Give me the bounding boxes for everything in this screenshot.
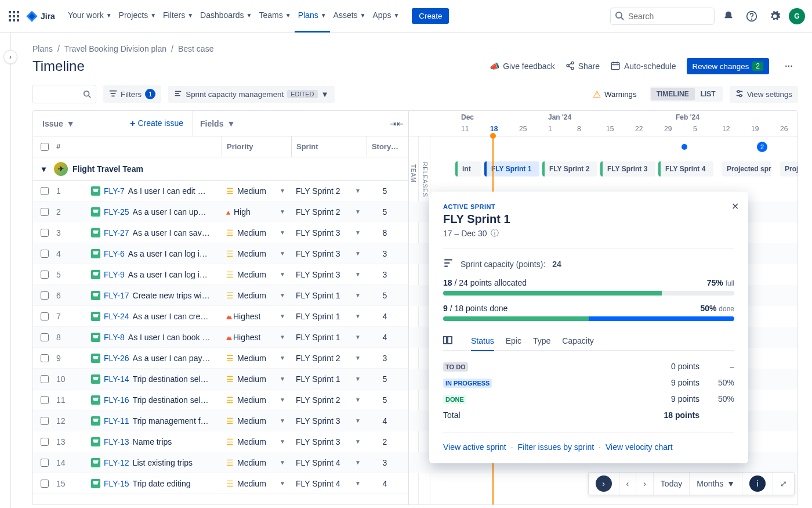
chevron-down-icon[interactable]: ▼	[355, 250, 361, 257]
priority-cell[interactable]: ☰Medium▼	[222, 479, 291, 488]
more-actions-button[interactable]: ⋯	[780, 57, 798, 75]
table-row[interactable]: 12 FLY-11 Trip management f… ☰Medium▼ FL…	[33, 410, 408, 431]
filters-button[interactable]: Filters 1	[103, 85, 161, 103]
table-row[interactable]: 8 FLY-8 As I user I can book … ▴▴Highest…	[33, 327, 408, 348]
today-button[interactable]: Today	[654, 473, 690, 495]
notifications-icon[interactable]	[719, 7, 738, 26]
row-checkbox[interactable]	[41, 417, 49, 425]
chevron-down-icon[interactable]: ▼	[355, 397, 361, 403]
row-checkbox[interactable]	[41, 375, 49, 383]
view-settings-button[interactable]: View settings	[730, 86, 798, 103]
sprint-cell[interactable]: FLY Sprint 3▼	[291, 437, 367, 446]
sprint-cell[interactable]: FLY Sprint 2▼	[291, 354, 367, 363]
chevron-down-icon[interactable]: ▼	[280, 250, 285, 257]
search-input[interactable]	[610, 8, 715, 25]
chevron-down-icon[interactable]: ▼	[355, 376, 361, 382]
priority-cell[interactable]: ☰Medium▼	[222, 249, 291, 258]
chevron-down-icon[interactable]: ▼	[280, 417, 285, 424]
list-toggle[interactable]: LIST	[695, 88, 722, 100]
chevron-down-icon[interactable]: ▼	[280, 271, 285, 278]
priority-cell[interactable]: ☰Medium▼	[222, 437, 291, 446]
search-box[interactable]	[610, 8, 715, 25]
create-issue-button[interactable]: + Create issue	[130, 118, 183, 129]
chevron-down-icon[interactable]: ▼	[280, 397, 285, 403]
help-icon[interactable]	[742, 7, 761, 26]
app-switcher-icon[interactable]	[7, 9, 21, 23]
issue-key[interactable]: FLY-16	[104, 395, 129, 405]
auto-schedule-button[interactable]: Auto-schedule	[610, 60, 676, 73]
nav-item-your-work[interactable]: Your work▼	[64, 0, 115, 33]
priority-cell[interactable]: ☰Medium▼	[222, 374, 291, 384]
priority-cell[interactable]: ▴High▼	[222, 207, 291, 217]
chevron-down-icon[interactable]: ▼	[67, 119, 75, 128]
table-row[interactable]: 4 FLY-6 As a user I can log i… ☰Medium▼ …	[33, 243, 408, 264]
row-checkbox[interactable]	[41, 271, 49, 279]
sprint-cell[interactable]: FLY Sprint 1▼	[291, 312, 367, 321]
tab-capacity[interactable]: Capacity	[562, 332, 593, 351]
chevron-down-icon[interactable]: ▼	[355, 292, 361, 298]
fields-header[interactable]: Fields	[200, 119, 223, 128]
sprint-chip[interactable]: FLY Sprint 2	[542, 161, 597, 176]
sprint-cell[interactable]: FLY Sprint 3▼	[291, 249, 367, 258]
issue-key[interactable]: FLY-13	[104, 437, 129, 446]
select-all-checkbox[interactable]	[41, 143, 49, 151]
priority-cell[interactable]: ▴▴Highest▼	[222, 312, 291, 321]
issue-key[interactable]: FLY-15	[104, 479, 129, 488]
chevron-down-icon[interactable]: ▼	[280, 459, 285, 466]
chevron-down-icon[interactable]: ▼	[280, 229, 285, 236]
sprint-cell[interactable]: FLY Sprint 3▼	[291, 270, 367, 279]
view-active-sprint-link[interactable]: View active sprint	[443, 442, 506, 452]
jira-logo[interactable]: Jira	[26, 10, 55, 23]
chevron-down-icon[interactable]: ▼	[280, 438, 285, 445]
priority-cell[interactable]: ☰Medium▼	[222, 416, 291, 426]
chevron-down-icon[interactable]: ▼	[280, 208, 285, 215]
tab-type[interactable]: Type	[533, 332, 550, 351]
chevron-down-icon[interactable]: ▼	[227, 119, 235, 128]
sprint-chip[interactable]: FLY Sprint 4	[658, 161, 713, 176]
tab-status[interactable]: Status	[471, 332, 494, 351]
priority-cell[interactable]: ☰Medium▼	[222, 186, 291, 196]
info-icon[interactable]: ⓘ	[491, 228, 499, 239]
chevron-down-icon[interactable]: ▼	[280, 313, 285, 319]
chevron-down-icon[interactable]: ▼	[355, 480, 361, 487]
chevron-down-icon[interactable]: ▼	[355, 313, 361, 319]
row-checkbox[interactable]	[41, 333, 49, 341]
plan-search-input[interactable]	[32, 85, 96, 103]
table-row[interactable]: 9 FLY-26 As a user I can pay… ☰Medium▼ F…	[33, 348, 408, 369]
row-checkbox[interactable]	[41, 480, 49, 488]
issue-header[interactable]: Issue	[42, 119, 63, 128]
issue-key[interactable]: FLY-11	[104, 416, 129, 426]
legend-button[interactable]: i	[742, 473, 773, 495]
scroll-left[interactable]: ‹	[619, 473, 637, 495]
priority-cell[interactable]: ☰Medium▼	[222, 270, 291, 279]
breadcrumb-item[interactable]: Best case	[178, 44, 213, 53]
chevron-down-icon[interactable]: ▼	[280, 355, 285, 361]
chevron-down-icon[interactable]: ▼	[355, 271, 361, 278]
issue-key[interactable]: FLY-6	[104, 249, 125, 258]
nav-item-assets[interactable]: Assets▼	[330, 0, 369, 33]
sprint-cell[interactable]: FLY Sprint 3▼	[291, 416, 367, 426]
give-feedback-button[interactable]: 📣 Give feedback	[490, 62, 555, 71]
sprint-chip[interactable]: Projected spr…	[722, 161, 771, 176]
sprint-cell[interactable]: FLY Sprint 3▼	[291, 228, 367, 237]
row-checkbox[interactable]	[41, 229, 49, 237]
issue-key[interactable]: FLY-24	[104, 312, 129, 321]
sprint-cell[interactable]: FLY Sprint 2▼	[291, 395, 367, 405]
chevron-down-icon[interactable]: ▼	[355, 417, 361, 424]
zoom-unit-select[interactable]: Months ▼	[690, 473, 742, 495]
chevron-down-icon[interactable]: ▼	[355, 459, 361, 466]
layout-icon[interactable]	[443, 336, 452, 347]
issue-key[interactable]: FLY-25	[104, 207, 129, 217]
chevron-down-icon[interactable]: ▼	[355, 334, 361, 340]
priority-cell[interactable]: ☰Medium▼	[222, 354, 291, 363]
chevron-down-icon[interactable]: ▼	[355, 438, 361, 445]
chevron-down-icon[interactable]: ▼	[280, 188, 285, 194]
table-row[interactable]: 13 FLY-13 Name trips ☰Medium▼ FLY Sprint…	[33, 431, 408, 452]
issue-key[interactable]: FLY-8	[104, 333, 125, 342]
breadcrumb-item[interactable]: Plans	[32, 44, 53, 53]
row-checkbox[interactable]	[41, 459, 49, 467]
row-checkbox[interactable]	[41, 187, 49, 195]
row-checkbox[interactable]	[41, 396, 49, 404]
chevron-down-icon[interactable]: ▼	[355, 208, 361, 215]
release-count-badge[interactable]: 2	[757, 142, 767, 152]
